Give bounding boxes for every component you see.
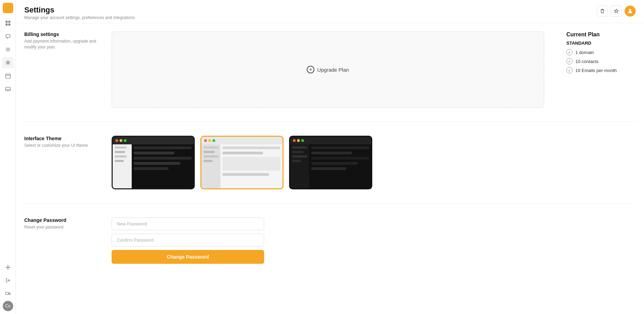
password-section: Change Password Reset your password Chan… — [24, 217, 636, 264]
sidebar-item-logout[interactable] — [2, 275, 14, 286]
sidebar-item-devices[interactable] — [2, 288, 14, 299]
current-plan-panel: Current Plan STANDARD ✓ 1 domain ✓ 10 co… — [566, 32, 636, 76]
sidebar-item-integrations[interactable] — [2, 44, 14, 55]
billing-title: Billing settings — [24, 32, 101, 37]
change-password-button[interactable]: Change Password — [112, 250, 264, 264]
sidebar-item-add[interactable] — [2, 261, 14, 273]
user-avatar-header[interactable] — [625, 6, 636, 17]
content-area-3 — [290, 144, 371, 188]
svg-rect-9 — [9, 293, 10, 295]
billing-content: + Upgrade Plan — [112, 32, 544, 108]
window-bar-1 — [113, 137, 194, 144]
svg-rect-6 — [6, 74, 10, 78]
trash-button[interactable] — [597, 6, 608, 17]
theme-card-full-dark[interactable] — [289, 136, 372, 189]
svg-rect-0 — [6, 21, 8, 23]
password-content: Change Password — [112, 217, 636, 264]
confirm-password-input[interactable] — [112, 234, 264, 246]
svg-point-10 — [629, 9, 631, 11]
upgrade-plan-box[interactable]: + Upgrade Plan — [112, 32, 544, 108]
plan-feature-domain: ✓ 1 domain — [566, 49, 636, 55]
theme-cards-container — [112, 136, 636, 189]
main-content: Settings Manage your account settings, p… — [16, 0, 644, 314]
sidebar-user-avatar[interactable]: Co — [3, 301, 13, 311]
plan-feature-contacts: ✓ 10 contacts — [566, 58, 636, 64]
content-area-2 — [201, 144, 282, 188]
sidebar-item-settings[interactable] — [2, 57, 14, 69]
theme-card-full-dark-inner — [290, 137, 371, 188]
page-content: Billing settings Add payment information… — [16, 23, 644, 272]
theme-desc: Select or customize your UI theme — [24, 143, 101, 149]
check-icon-contacts: ✓ — [566, 58, 573, 64]
dot-red-2 — [204, 139, 207, 142]
sidebar-area-2 — [201, 144, 220, 188]
main-area-2 — [220, 144, 282, 188]
password-fields-container: Change Password — [112, 217, 264, 264]
plan-feature-emails-text: 10 Emails per month — [575, 68, 617, 73]
password-title: Change Password — [24, 217, 101, 223]
sidebar-item-calendar[interactable] — [2, 70, 14, 82]
theme-content — [112, 136, 636, 189]
svg-rect-1 — [8, 21, 10, 23]
sidebar: Co — [0, 0, 16, 314]
main-area-3 — [309, 144, 371, 188]
plan-feature-contacts-text: 10 contacts — [575, 59, 599, 64]
password-label: Change Password Reset your password — [24, 217, 101, 264]
upgrade-plan-label: Upgrade Plan — [317, 67, 349, 73]
sidebar-item-inbox[interactable] — [2, 83, 14, 95]
theme-card-light[interactable] — [200, 136, 284, 189]
theme-title: Interface Theme — [24, 136, 101, 141]
theme-card-dark-split[interactable] — [112, 136, 195, 189]
dot-green-1 — [124, 139, 127, 142]
dot-green-2 — [212, 139, 215, 142]
dot-yellow-3 — [297, 139, 300, 142]
theme-card-dark-split-inner — [113, 137, 194, 188]
svg-point-4 — [7, 48, 9, 51]
dot-red-1 — [115, 139, 118, 142]
billing-section: Billing settings Add payment information… — [24, 32, 636, 108]
upgrade-plan-button[interactable]: + Upgrade Plan — [307, 66, 349, 73]
sidebar-item-chat[interactable] — [2, 30, 14, 42]
check-icon-emails: ✓ — [566, 67, 573, 73]
window-bar-2 — [201, 137, 282, 144]
billing-label: Billing settings Add payment information… — [24, 32, 101, 50]
svg-point-5 — [7, 62, 9, 64]
billing-desc: Add payment information, upgrade and mod… — [24, 38, 101, 50]
dot-red-3 — [293, 139, 296, 142]
app-logo[interactable] — [3, 3, 13, 13]
plan-feature-domain-text: 1 domain — [575, 50, 594, 55]
page-subtitle: Manage your account settings, preference… — [24, 15, 135, 20]
dot-yellow-2 — [208, 139, 211, 142]
page-header: Settings Manage your account settings, p… — [16, 0, 644, 23]
plan-name: STANDARD — [566, 41, 636, 46]
theme-card-light-inner — [201, 137, 282, 188]
divider-2 — [24, 203, 636, 204]
theme-section: Interface Theme Select or customize your… — [24, 136, 636, 189]
sidebar-item-grid[interactable] — [2, 17, 14, 29]
content-area-1 — [113, 144, 194, 188]
main-area-1 — [132, 144, 194, 188]
svg-rect-2 — [6, 24, 8, 26]
star-button[interactable] — [611, 6, 622, 17]
upgrade-plus-icon: + — [307, 66, 314, 73]
sidebar-area-3 — [290, 144, 309, 188]
plan-feature-emails: ✓ 10 Emails per month — [566, 67, 636, 73]
new-password-input[interactable] — [112, 217, 264, 230]
svg-rect-8 — [6, 292, 9, 295]
divider-1 — [24, 122, 636, 122]
sidebar-area-1 — [113, 144, 132, 188]
dot-yellow-1 — [120, 139, 122, 142]
page-title: Settings — [24, 6, 135, 15]
dot-green-3 — [301, 139, 304, 142]
theme-label: Interface Theme Select or customize your… — [24, 136, 101, 189]
password-desc: Reset your password — [24, 224, 101, 230]
header-actions — [597, 6, 636, 17]
current-plan-title: Current Plan — [566, 32, 636, 38]
svg-rect-3 — [8, 24, 10, 26]
header-title-area: Settings Manage your account settings, p… — [24, 6, 135, 20]
window-bar-3 — [290, 137, 371, 144]
check-icon-domain: ✓ — [566, 49, 573, 55]
